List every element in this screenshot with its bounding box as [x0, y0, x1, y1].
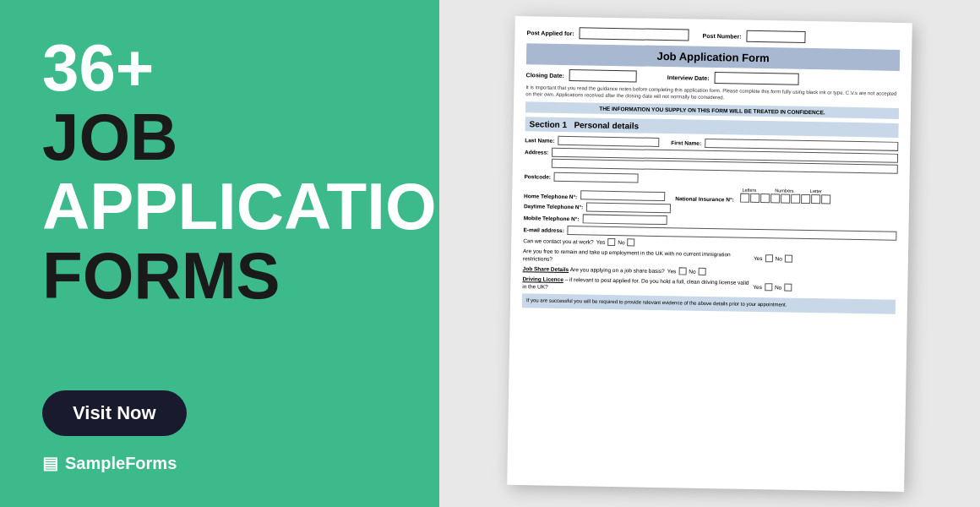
ni-box-7[interactable] [801, 194, 810, 203]
dates-row: Closing Date: Interview Date: [526, 68, 900, 87]
bottom-note: If you are successful you will be requir… [522, 293, 896, 313]
post-applied-label: Post Applied for: [526, 29, 574, 35]
post-number-label: Post Number: [703, 32, 742, 39]
ni-header-letter2: Letter [810, 188, 819, 193]
contact-work-no-checkbox[interactable] [628, 238, 635, 246]
immigration-label: Are you free to remain and take up emplo… [523, 246, 751, 265]
driving-licence-text: Driving Licence – if relevant to post ap… [522, 275, 750, 294]
driving-yes-checkbox[interactable] [765, 282, 772, 290]
left-panel: 36+ JOB APPLICATION FORMS Visit Now ▤ Sa… [0, 0, 439, 507]
ni-box-4[interactable] [770, 194, 780, 203]
job-share-label: Job Share Details [523, 265, 569, 272]
interview-date-input[interactable] [714, 72, 798, 85]
job-share-sublabel: Are you applying on a job share basis? [570, 266, 665, 274]
headline-number: 36+ [42, 34, 397, 103]
section1-header: Section 1 Personal details [525, 116, 899, 137]
post-row: Post Applied for: Post Number: [526, 26, 900, 45]
interview-date-label: Interview Date: [667, 74, 710, 80]
ni-box-5[interactable] [781, 194, 790, 203]
daytime-tel-input[interactable] [586, 202, 671, 213]
driving-no-checkbox[interactable] [784, 283, 792, 291]
ni-boxes [740, 193, 830, 204]
ni-box-1[interactable] [740, 193, 749, 202]
job-share-no-checkbox[interactable] [699, 267, 706, 275]
brand-name: SampleForms [65, 454, 177, 473]
ni-header-numbers: Numbers [761, 187, 808, 193]
address-row: Address: [525, 146, 898, 175]
job-share-yes-checkbox[interactable] [678, 267, 686, 275]
ni-box-9[interactable] [821, 194, 830, 204]
job-share-no-label: No [689, 268, 695, 274]
form-document: Post Applied for: Post Number: Job Appli… [507, 15, 912, 491]
driving-yes-label: Yes [753, 283, 762, 289]
postcode-input[interactable] [554, 172, 639, 183]
headline-line4: FORMS [42, 242, 397, 311]
ni-box-8[interactable] [811, 194, 820, 203]
home-tel-label: Home Telephone N°: [524, 192, 577, 199]
immigration-yes-checkbox[interactable] [765, 254, 772, 262]
visit-now-button[interactable]: Visit Now [42, 390, 187, 436]
brand-icon: ▤ [42, 453, 58, 473]
daytime-tel-label: Daytime Telephone N°: [524, 202, 584, 209]
section1-label: Section 1 [530, 119, 568, 129]
last-name-input[interactable] [558, 135, 659, 146]
ni-headers: Letters Numbers Letter [740, 187, 830, 194]
section1-title: Personal details [574, 119, 639, 129]
confidence-bar: THE INFORMATION YOU SUPPLY ON THIS FORM … [525, 101, 899, 118]
immigration-no-label: No [775, 255, 781, 261]
brand: ▤ SampleForms [42, 453, 397, 473]
immigration-no-checkbox[interactable] [785, 254, 792, 262]
form-title: Job Application Form [526, 43, 900, 71]
ni-label: National Insurance N°: [675, 195, 734, 202]
contact-work-yes-label: Yes [596, 238, 606, 244]
right-panel: Post Applied for: Post Number: Job Appli… [439, 0, 980, 507]
last-name-label: Last Name: [525, 136, 554, 143]
ni-box-2[interactable] [750, 193, 760, 202]
postcode-label: Postcode: [525, 172, 552, 179]
closing-date-label: Closing Date: [526, 71, 564, 78]
headline-line3: APPLICATION [42, 172, 397, 242]
driving-licence-desc: – if relevant to post applied for. [565, 275, 640, 283]
ni-header-letters: Letters [740, 187, 759, 192]
address-inputs [552, 147, 898, 175]
job-share-text: Job Share Details Are you applying on a … [523, 265, 665, 274]
email-label: E-mail address: [523, 226, 564, 232]
form-instruction: It is important that you read the guidan… [525, 84, 899, 104]
ni-container: Letters Numbers Letter [740, 187, 830, 204]
mobile-tel-label: Mobile Telephone N°: [524, 214, 580, 221]
contact-work-yes-checkbox[interactable] [607, 237, 615, 245]
headline-line2: JOB [42, 103, 397, 172]
ni-box-3[interactable] [760, 193, 770, 202]
headline: 36+ JOB APPLICATION FORMS [42, 34, 397, 311]
immigration-yes-label: Yes [754, 255, 763, 261]
post-applied-input[interactable] [580, 27, 689, 41]
job-share-yes-label: Yes [667, 268, 677, 274]
closing-date-input[interactable] [569, 69, 637, 82]
contact-work-no-label: No [618, 238, 624, 244]
driving-licence-label: Driving Licence [522, 275, 564, 282]
driving-no-label: No [775, 283, 781, 289]
first-name-input[interactable] [705, 138, 898, 150]
home-tel-input[interactable] [580, 190, 665, 201]
first-name-label: First Name: [671, 139, 701, 145]
post-number-input[interactable] [746, 30, 805, 42]
contact-work-label: Can we contact you at work? [523, 237, 594, 243]
ni-box-6[interactable] [791, 194, 800, 203]
address-label: Address: [525, 146, 548, 154]
mobile-tel-input[interactable] [582, 214, 667, 225]
